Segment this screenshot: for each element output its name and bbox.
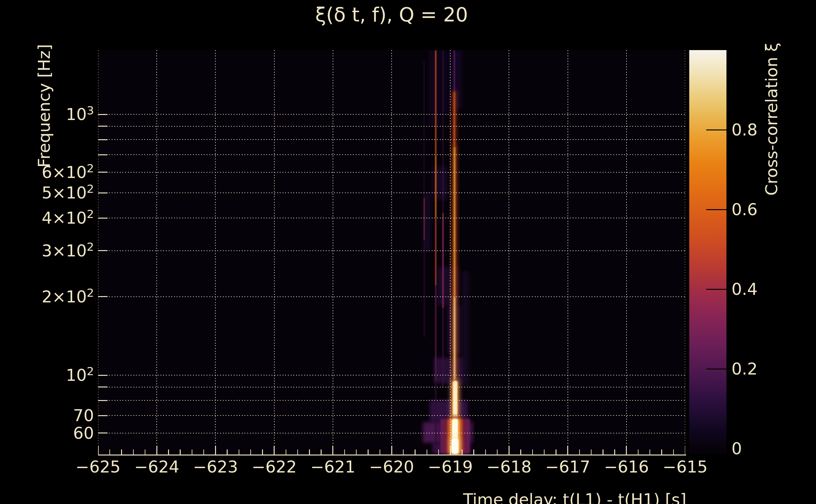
y-tick	[98, 400, 107, 401]
grid-line-vertical	[391, 50, 392, 455]
x-minor-tick	[661, 450, 662, 455]
x-minor-tick	[145, 450, 145, 455]
x-major-tick	[332, 446, 333, 455]
x-minor-tick	[344, 450, 345, 455]
x-major-tick	[391, 446, 392, 455]
heatmap-feature	[435, 218, 436, 286]
grid-line-horizontal	[98, 250, 685, 251]
x-minor-tick	[321, 450, 321, 455]
heatmap-feature	[434, 358, 463, 384]
colorbar-tick-label: 0.2	[732, 359, 758, 379]
y-tick-label: 3×102	[0, 241, 94, 261]
colorbar-label: Cross-correlation ξ	[762, 43, 781, 196]
x-minor-tick	[462, 450, 462, 455]
y-tick	[98, 296, 107, 297]
y-tick	[98, 154, 107, 155]
x-minor-tick	[497, 450, 497, 455]
heatmap-feature	[424, 198, 425, 240]
y-tick-label: 2×102	[0, 287, 94, 306]
grid-line-vertical	[333, 50, 333, 455]
y-tick	[98, 415, 107, 416]
x-minor-tick	[356, 450, 357, 455]
y-tick-label: 103	[0, 105, 94, 124]
grid-line-horizontal	[98, 296, 685, 297]
heatmap-feature	[440, 50, 451, 114]
y-tick-label: 5×102	[0, 183, 94, 203]
x-minor-tick	[520, 450, 521, 455]
heatmap-feature	[435, 155, 436, 218]
x-tick-label: −624	[125, 457, 188, 476]
x-minor-tick	[133, 450, 134, 455]
x-major-tick	[215, 446, 216, 455]
y-tick-label: 102	[0, 365, 94, 385]
x-tick-label: −618	[477, 457, 540, 476]
y-tick-label: 70	[0, 406, 94, 425]
x-axis-label: Time delay: t(L1) - t(H1) [s]	[463, 490, 687, 504]
y-tick-label: 6×102	[0, 163, 94, 182]
colorbar	[689, 50, 727, 455]
heatmap-feature	[424, 61, 424, 198]
grid-line-vertical	[156, 50, 157, 455]
x-tick-label: −625	[66, 457, 129, 476]
heatmap-feature	[451, 50, 462, 109]
grid-line-horizontal	[98, 387, 685, 387]
heatmap-feature	[429, 50, 440, 126]
y-tick	[98, 218, 107, 219]
grid-line-vertical	[450, 50, 451, 455]
x-tick-label: −621	[302, 457, 365, 476]
y-tick-label: 4×102	[0, 208, 94, 228]
grid-line-vertical	[274, 50, 275, 455]
x-minor-tick	[427, 450, 427, 455]
x-minor-tick	[532, 450, 533, 455]
y-tick	[98, 192, 107, 193]
x-minor-tick	[109, 450, 110, 455]
x-tick-label: −623	[184, 457, 247, 476]
heatmap-feature	[454, 297, 455, 381]
colorbar-tick-label: 0	[732, 439, 742, 458]
x-minor-tick	[192, 450, 192, 455]
grid-line-horizontal	[98, 218, 685, 218]
x-major-tick	[626, 446, 627, 455]
y-tick-label: 60	[0, 423, 94, 443]
x-axis-spine	[98, 455, 686, 455]
colorbar-tick	[706, 209, 727, 210]
x-minor-tick	[250, 450, 251, 455]
x-minor-tick	[180, 450, 180, 455]
heatmap-feature	[454, 147, 455, 296]
heatmap-feature	[442, 213, 444, 309]
x-minor-tick	[579, 450, 580, 455]
y-tick	[98, 139, 107, 140]
x-tick-label: −619	[419, 457, 482, 476]
x-major-tick	[567, 446, 568, 455]
figure: ξ(δ t, f), Q = 20 Frequency [Hz] Time de…	[0, 0, 816, 504]
x-minor-tick	[591, 450, 591, 455]
x-tick-label: −620	[360, 457, 423, 476]
colorbar-tick	[706, 448, 727, 449]
x-major-tick	[274, 446, 275, 455]
grid-line-horizontal	[98, 433, 685, 433]
grid-line-vertical	[98, 50, 98, 455]
colorbar-tick	[706, 129, 727, 130]
y-tick	[98, 375, 107, 376]
grid-line-vertical	[685, 50, 685, 455]
heatmap-feature	[451, 439, 458, 454]
colorbar-tick-label: 0.8	[732, 120, 758, 140]
x-minor-tick	[309, 450, 310, 455]
grid-line-horizontal	[98, 114, 685, 115]
x-minor-tick	[380, 450, 380, 455]
heatmap-feature	[443, 50, 443, 213]
x-minor-tick	[555, 450, 556, 455]
colorbar-tick-label: 0.4	[732, 279, 758, 299]
y-tick	[98, 250, 107, 251]
x-minor-tick	[168, 450, 169, 455]
x-minor-tick	[638, 450, 639, 455]
x-minor-tick	[227, 450, 227, 455]
colorbar-tick-label: 0.6	[732, 200, 758, 219]
x-minor-tick	[415, 450, 415, 455]
x-major-tick	[685, 446, 686, 455]
x-tick-label: −622	[243, 457, 306, 476]
x-minor-tick	[368, 450, 368, 455]
grid-line-vertical	[626, 50, 627, 455]
x-minor-tick	[121, 450, 122, 455]
grid-line-horizontal	[98, 192, 685, 193]
